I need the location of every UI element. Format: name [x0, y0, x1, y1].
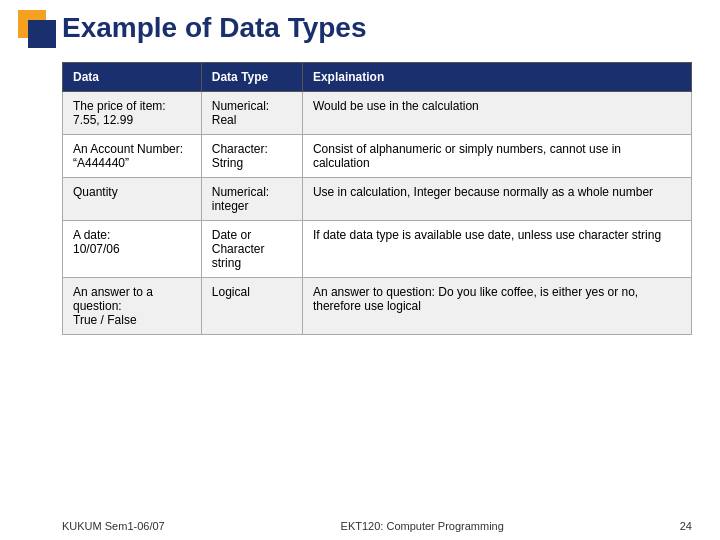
- cell-data: An Account Number:“A444440”: [63, 135, 202, 178]
- footer-center: EKT120: Computer Programming: [341, 520, 504, 532]
- footer-right: 24: [680, 520, 692, 532]
- cell-data: A date:10/07/06: [63, 221, 202, 278]
- footer: KUKUM Sem1-06/07 EKT120: Computer Progra…: [62, 520, 692, 532]
- table-row: QuantityNumerical:integerUse in calculat…: [63, 178, 692, 221]
- cell-type: Logical: [201, 278, 302, 335]
- footer-left: KUKUM Sem1-06/07: [62, 520, 165, 532]
- cell-data: An answer to a question:True / False: [63, 278, 202, 335]
- cell-data: Quantity: [63, 178, 202, 221]
- cell-type: Date orCharacter string: [201, 221, 302, 278]
- col-header-type: Data Type: [201, 63, 302, 92]
- page-title: Example of Data Types: [62, 12, 366, 44]
- col-header-data: Data: [63, 63, 202, 92]
- cell-explanation: If date data type is available use date,…: [302, 221, 691, 278]
- cell-explanation: An answer to question: Do you like coffe…: [302, 278, 691, 335]
- cell-explanation: Consist of alphanumeric or simply number…: [302, 135, 691, 178]
- deco-darkblue-square: [28, 20, 56, 48]
- data-types-table: Data Data Type Explaination The price of…: [62, 62, 692, 335]
- col-header-explanation: Explaination: [302, 63, 691, 92]
- cell-explanation: Would be use in the calculation: [302, 92, 691, 135]
- table-row: The price of item:7.55, 12.99Numerical:R…: [63, 92, 692, 135]
- table-row: A date:10/07/06Date orCharacter stringIf…: [63, 221, 692, 278]
- table-row: An Account Number:“A444440”Character:Str…: [63, 135, 692, 178]
- cell-data: The price of item:7.55, 12.99: [63, 92, 202, 135]
- table-row: An answer to a question:True / FalseLogi…: [63, 278, 692, 335]
- cell-type: Numerical:Real: [201, 92, 302, 135]
- cell-type: Character:String: [201, 135, 302, 178]
- table-header-row: Data Data Type Explaination: [63, 63, 692, 92]
- table-container: Data Data Type Explaination The price of…: [62, 62, 692, 502]
- cell-explanation: Use in calculation, Integer because norm…: [302, 178, 691, 221]
- cell-type: Numerical:integer: [201, 178, 302, 221]
